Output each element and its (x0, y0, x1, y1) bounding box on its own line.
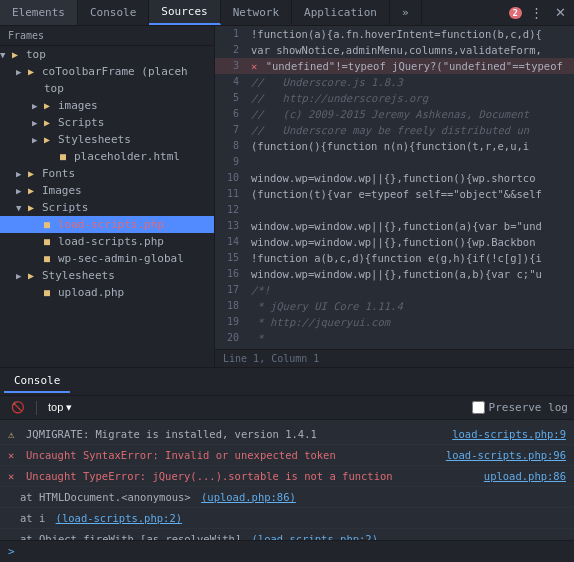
tree-label: Stylesheets (58, 133, 131, 146)
line-number: 19 (215, 314, 247, 330)
console-line-5: at Object.fireWith [as resolveWith] (loa… (0, 529, 574, 540)
code-line-2: 2var showNotice,adminMenu,columns,valida… (215, 42, 574, 58)
bottom-tab-console[interactable]: Console (4, 370, 70, 393)
tree-item-scripts2[interactable]: ▼▶Scripts (0, 199, 214, 216)
tree-arrow-icon: ▶ (32, 118, 44, 128)
top-context-button[interactable]: top ▾ (43, 399, 77, 416)
tree-item-images2[interactable]: ▶▶Images (0, 182, 214, 199)
line-content: * http://jqueryui.com (247, 314, 574, 330)
code-line-17: 17/*! (215, 282, 574, 298)
line-content: * (247, 330, 574, 346)
code-area: 1!function(a){a.fn.hoverIntent=function(… (215, 26, 574, 367)
bottom-toolbar: 🚫 top ▾ Preserve log (0, 396, 574, 420)
sources-tab-label: Sources (161, 5, 207, 18)
tree-item-placeholder[interactable]: ■placeholder.html (0, 148, 214, 165)
tree-item-stylesheets[interactable]: ▶▶Stylesheets (0, 131, 214, 148)
code-content[interactable]: 1!function(a){a.fn.hoverIntent=function(… (215, 26, 574, 349)
tree-item-top[interactable]: ▼▶top (0, 46, 214, 63)
tree-item-fonts[interactable]: ▶▶Fonts (0, 165, 214, 182)
tree-arrow-icon: ▶ (32, 135, 44, 145)
console-link[interactable]: (upload.php:86) (201, 491, 296, 503)
tree-arrow-icon: ▶ (16, 169, 28, 179)
clear-console-button[interactable]: 🚫 (6, 399, 30, 416)
tree-item-load-scripts[interactable]: ■load-scripts.php (0, 216, 214, 233)
console-msg: JQMIGRATE: Migrate is installed, version… (26, 426, 448, 442)
toolbar-separator (36, 401, 37, 415)
console-indent-msg: at HTMLDocument.<anonymous> (upload.php:… (20, 489, 566, 505)
code-line-14: 14window.wp=window.wp||{},function(){wp.… (215, 234, 574, 250)
line-number: 18 (215, 298, 247, 314)
file-icon: ■ (60, 151, 74, 162)
line-number: 9 (215, 154, 247, 170)
file-tree-header: Frames (0, 26, 214, 46)
line-content: var showNotice,adminMenu,columns,validat… (247, 42, 574, 58)
tab-console[interactable]: Console (78, 0, 149, 25)
code-line-19: 19 * http://jqueryui.com (215, 314, 574, 330)
code-line-5: 5// http://underscorejs.org (215, 90, 574, 106)
tree-item-upload[interactable]: ■upload.php (0, 284, 214, 301)
tree-item-wp-sec-admin[interactable]: ■wp-sec-admin-global (0, 250, 214, 267)
line-content: // Underscore may be freely distributed … (247, 122, 574, 138)
tree-label: Scripts (42, 201, 88, 214)
tab-sources[interactable]: Sources (149, 0, 220, 25)
tab-elements[interactable]: Elements (0, 0, 78, 25)
devtools-close-button[interactable]: ✕ (551, 3, 570, 22)
devtools-settings-button[interactable]: ⋮ (526, 3, 547, 22)
tree-label: Fonts (42, 167, 75, 180)
console-input[interactable] (21, 545, 566, 558)
line-number: 15 (215, 250, 247, 266)
line-content: /*! (247, 282, 574, 298)
tree-label: top (44, 82, 64, 95)
network-tab-label: Network (233, 6, 279, 19)
line-content: !function a(b,c,d){function e(g,h){if(!c… (247, 250, 574, 266)
console-prompt: > (8, 545, 15, 558)
line-content: (function(t){var e=typeof self=="object"… (247, 186, 574, 202)
preserve-log-checkbox[interactable] (472, 401, 485, 414)
tree-arrow-icon: ▶ (16, 271, 28, 281)
code-line-7: 7// Underscore may be freely distributed… (215, 122, 574, 138)
tree-label: placeholder.html (74, 150, 180, 163)
tree-item-stylesheets2[interactable]: ▶▶Stylesheets (0, 267, 214, 284)
folder-icon: ▶ (28, 270, 42, 281)
tab-network[interactable]: Network (221, 0, 292, 25)
tree-item-top2[interactable]: top (0, 80, 214, 97)
tab-bar-right: 2 ⋮ ✕ (509, 3, 574, 22)
tree-label: top (26, 48, 46, 61)
tree-arrow-icon: ▼ (16, 203, 28, 213)
file-tree-panel: Frames ▼▶top▶▶coToolbarFrame (placehtop▶… (0, 26, 215, 367)
error-count-badge: 2 (509, 7, 522, 19)
code-line-9: 9 (215, 154, 574, 170)
tab-application[interactable]: Application (292, 0, 390, 25)
console-source-link[interactable]: load-scripts.php:96 (446, 447, 566, 463)
line-number: 16 (215, 266, 247, 282)
tab-more[interactable]: » (390, 0, 422, 25)
tree-item-images[interactable]: ▶▶images (0, 97, 214, 114)
code-line-3: 3✕ "undefined"!=typeof jQuery?("undefine… (215, 58, 574, 74)
line-number: 7 (215, 122, 247, 138)
console-link[interactable]: (load-scripts.php:2) (56, 512, 182, 524)
warn-icon: ⚠ (8, 426, 22, 442)
bottom-tab-bar: Console (0, 368, 574, 396)
tree-item-load-scripts2[interactable]: ■load-scripts.php (0, 233, 214, 250)
console-msg: Uncaught SyntaxError: Invalid or unexpec… (26, 447, 442, 463)
console-source-link[interactable]: load-scripts.php:9 (452, 426, 566, 442)
line-number: 6 (215, 106, 247, 122)
folder-icon: ▶ (44, 134, 58, 145)
folder-icon: ▶ (12, 49, 26, 60)
line-content: // (c) 2009-2015 Jeremy Ashkenas, Docume… (247, 106, 574, 122)
console-line-4: at i (load-scripts.php:2) (0, 508, 574, 529)
line-content: * jQuery UI Core 1.11.4 (247, 298, 574, 314)
console-indent-msg: at i (load-scripts.php:2) (20, 510, 566, 526)
tree-item-scripts[interactable]: ▶▶Scripts (0, 114, 214, 131)
folder-icon: ▶ (44, 117, 58, 128)
folder-icon: ▶ (28, 185, 42, 196)
console-output[interactable]: ⚠JQMIGRATE: Migrate is installed, versio… (0, 420, 574, 540)
console-line-3: at HTMLDocument.<anonymous> (upload.php:… (0, 487, 574, 508)
line-content: // Underscore.js 1.8.3 (247, 74, 574, 90)
tree-label: coToolbarFrame (placeh (42, 65, 188, 78)
console-source-link[interactable]: upload.php:86 (484, 468, 566, 484)
code-line-20: 20 * (215, 330, 574, 346)
error-mark-icon: ✕ (251, 60, 264, 72)
tree-item-coToolbarFrame[interactable]: ▶▶coToolbarFrame (placeh (0, 63, 214, 80)
console-link[interactable]: (load-scripts.php:2) (252, 533, 378, 540)
